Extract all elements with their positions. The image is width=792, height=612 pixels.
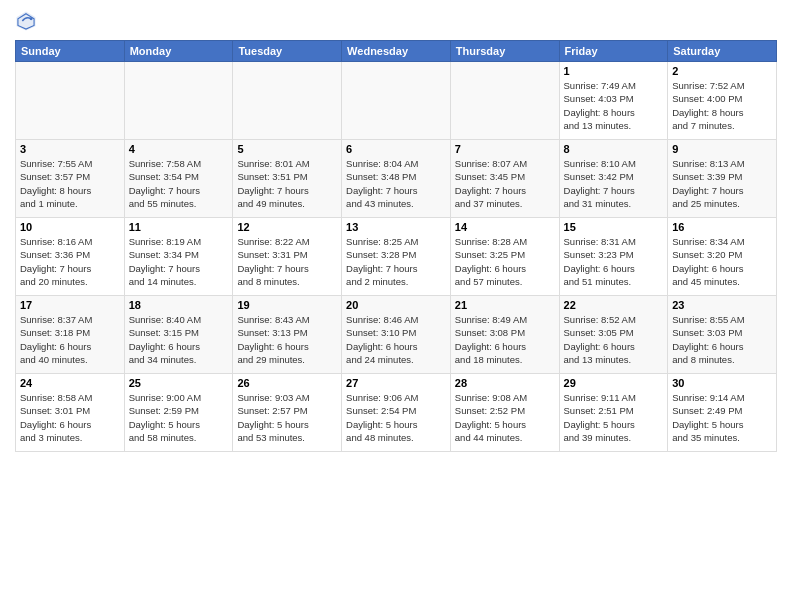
day-info: Sunrise: 7:52 AM Sunset: 4:00 PM Dayligh…	[672, 79, 772, 132]
day-cell: 1Sunrise: 7:49 AM Sunset: 4:03 PM Daylig…	[559, 62, 668, 140]
day-cell: 13Sunrise: 8:25 AM Sunset: 3:28 PM Dayli…	[342, 218, 451, 296]
day-info: Sunrise: 7:55 AM Sunset: 3:57 PM Dayligh…	[20, 157, 120, 210]
day-info: Sunrise: 9:00 AM Sunset: 2:59 PM Dayligh…	[129, 391, 229, 444]
day-number: 12	[237, 221, 337, 233]
day-number: 25	[129, 377, 229, 389]
day-number: 7	[455, 143, 555, 155]
day-info: Sunrise: 8:25 AM Sunset: 3:28 PM Dayligh…	[346, 235, 446, 288]
day-cell: 23Sunrise: 8:55 AM Sunset: 3:03 PM Dayli…	[668, 296, 777, 374]
logo-icon	[15, 10, 37, 32]
day-info: Sunrise: 7:58 AM Sunset: 3:54 PM Dayligh…	[129, 157, 229, 210]
day-info: Sunrise: 8:04 AM Sunset: 3:48 PM Dayligh…	[346, 157, 446, 210]
day-number: 2	[672, 65, 772, 77]
day-cell: 27Sunrise: 9:06 AM Sunset: 2:54 PM Dayli…	[342, 374, 451, 452]
day-number: 10	[20, 221, 120, 233]
day-cell: 18Sunrise: 8:40 AM Sunset: 3:15 PM Dayli…	[124, 296, 233, 374]
day-cell: 30Sunrise: 9:14 AM Sunset: 2:49 PM Dayli…	[668, 374, 777, 452]
day-number: 21	[455, 299, 555, 311]
day-number: 5	[237, 143, 337, 155]
day-number: 22	[564, 299, 664, 311]
logo	[15, 10, 41, 32]
day-cell: 5Sunrise: 8:01 AM Sunset: 3:51 PM Daylig…	[233, 140, 342, 218]
day-number: 14	[455, 221, 555, 233]
day-cell: 2Sunrise: 7:52 AM Sunset: 4:00 PM Daylig…	[668, 62, 777, 140]
day-number: 23	[672, 299, 772, 311]
day-cell: 21Sunrise: 8:49 AM Sunset: 3:08 PM Dayli…	[450, 296, 559, 374]
day-number: 28	[455, 377, 555, 389]
day-info: Sunrise: 8:52 AM Sunset: 3:05 PM Dayligh…	[564, 313, 664, 366]
day-cell: 9Sunrise: 8:13 AM Sunset: 3:39 PM Daylig…	[668, 140, 777, 218]
day-number: 24	[20, 377, 120, 389]
day-info: Sunrise: 9:03 AM Sunset: 2:57 PM Dayligh…	[237, 391, 337, 444]
day-cell: 25Sunrise: 9:00 AM Sunset: 2:59 PM Dayli…	[124, 374, 233, 452]
day-info: Sunrise: 9:14 AM Sunset: 2:49 PM Dayligh…	[672, 391, 772, 444]
col-header-saturday: Saturday	[668, 41, 777, 62]
day-number: 8	[564, 143, 664, 155]
day-cell: 19Sunrise: 8:43 AM Sunset: 3:13 PM Dayli…	[233, 296, 342, 374]
day-cell: 14Sunrise: 8:28 AM Sunset: 3:25 PM Dayli…	[450, 218, 559, 296]
day-info: Sunrise: 9:11 AM Sunset: 2:51 PM Dayligh…	[564, 391, 664, 444]
day-info: Sunrise: 9:08 AM Sunset: 2:52 PM Dayligh…	[455, 391, 555, 444]
day-info: Sunrise: 8:22 AM Sunset: 3:31 PM Dayligh…	[237, 235, 337, 288]
day-cell: 7Sunrise: 8:07 AM Sunset: 3:45 PM Daylig…	[450, 140, 559, 218]
day-number: 3	[20, 143, 120, 155]
day-cell	[342, 62, 451, 140]
day-cell	[16, 62, 125, 140]
day-cell: 26Sunrise: 9:03 AM Sunset: 2:57 PM Dayli…	[233, 374, 342, 452]
day-cell: 11Sunrise: 8:19 AM Sunset: 3:34 PM Dayli…	[124, 218, 233, 296]
day-number: 4	[129, 143, 229, 155]
header	[15, 10, 777, 32]
day-cell	[124, 62, 233, 140]
svg-point-2	[30, 17, 33, 20]
day-info: Sunrise: 9:06 AM Sunset: 2:54 PM Dayligh…	[346, 391, 446, 444]
day-number: 11	[129, 221, 229, 233]
day-cell: 24Sunrise: 8:58 AM Sunset: 3:01 PM Dayli…	[16, 374, 125, 452]
col-header-tuesday: Tuesday	[233, 41, 342, 62]
week-row-4: 17Sunrise: 8:37 AM Sunset: 3:18 PM Dayli…	[16, 296, 777, 374]
calendar-table: SundayMondayTuesdayWednesdayThursdayFrid…	[15, 40, 777, 452]
day-info: Sunrise: 8:43 AM Sunset: 3:13 PM Dayligh…	[237, 313, 337, 366]
col-header-monday: Monday	[124, 41, 233, 62]
col-header-sunday: Sunday	[16, 41, 125, 62]
day-number: 17	[20, 299, 120, 311]
col-header-wednesday: Wednesday	[342, 41, 451, 62]
day-number: 6	[346, 143, 446, 155]
week-row-1: 1Sunrise: 7:49 AM Sunset: 4:03 PM Daylig…	[16, 62, 777, 140]
page: SundayMondayTuesdayWednesdayThursdayFrid…	[0, 0, 792, 612]
day-number: 26	[237, 377, 337, 389]
day-info: Sunrise: 8:16 AM Sunset: 3:36 PM Dayligh…	[20, 235, 120, 288]
day-cell: 22Sunrise: 8:52 AM Sunset: 3:05 PM Dayli…	[559, 296, 668, 374]
day-cell: 15Sunrise: 8:31 AM Sunset: 3:23 PM Dayli…	[559, 218, 668, 296]
day-number: 30	[672, 377, 772, 389]
day-info: Sunrise: 8:37 AM Sunset: 3:18 PM Dayligh…	[20, 313, 120, 366]
day-info: Sunrise: 8:55 AM Sunset: 3:03 PM Dayligh…	[672, 313, 772, 366]
day-info: Sunrise: 7:49 AM Sunset: 4:03 PM Dayligh…	[564, 79, 664, 132]
day-info: Sunrise: 8:10 AM Sunset: 3:42 PM Dayligh…	[564, 157, 664, 210]
day-info: Sunrise: 8:13 AM Sunset: 3:39 PM Dayligh…	[672, 157, 772, 210]
day-info: Sunrise: 8:49 AM Sunset: 3:08 PM Dayligh…	[455, 313, 555, 366]
day-cell: 20Sunrise: 8:46 AM Sunset: 3:10 PM Dayli…	[342, 296, 451, 374]
day-info: Sunrise: 8:31 AM Sunset: 3:23 PM Dayligh…	[564, 235, 664, 288]
day-cell: 3Sunrise: 7:55 AM Sunset: 3:57 PM Daylig…	[16, 140, 125, 218]
day-number: 1	[564, 65, 664, 77]
day-cell: 10Sunrise: 8:16 AM Sunset: 3:36 PM Dayli…	[16, 218, 125, 296]
day-cell: 4Sunrise: 7:58 AM Sunset: 3:54 PM Daylig…	[124, 140, 233, 218]
svg-marker-0	[16, 11, 35, 30]
day-number: 9	[672, 143, 772, 155]
week-row-3: 10Sunrise: 8:16 AM Sunset: 3:36 PM Dayli…	[16, 218, 777, 296]
day-cell	[450, 62, 559, 140]
col-header-friday: Friday	[559, 41, 668, 62]
day-info: Sunrise: 8:58 AM Sunset: 3:01 PM Dayligh…	[20, 391, 120, 444]
day-number: 13	[346, 221, 446, 233]
day-info: Sunrise: 8:34 AM Sunset: 3:20 PM Dayligh…	[672, 235, 772, 288]
day-info: Sunrise: 8:01 AM Sunset: 3:51 PM Dayligh…	[237, 157, 337, 210]
day-cell: 16Sunrise: 8:34 AM Sunset: 3:20 PM Dayli…	[668, 218, 777, 296]
col-header-thursday: Thursday	[450, 41, 559, 62]
day-info: Sunrise: 8:28 AM Sunset: 3:25 PM Dayligh…	[455, 235, 555, 288]
day-number: 29	[564, 377, 664, 389]
day-number: 20	[346, 299, 446, 311]
header-row: SundayMondayTuesdayWednesdayThursdayFrid…	[16, 41, 777, 62]
day-cell: 28Sunrise: 9:08 AM Sunset: 2:52 PM Dayli…	[450, 374, 559, 452]
day-info: Sunrise: 8:40 AM Sunset: 3:15 PM Dayligh…	[129, 313, 229, 366]
day-cell	[233, 62, 342, 140]
